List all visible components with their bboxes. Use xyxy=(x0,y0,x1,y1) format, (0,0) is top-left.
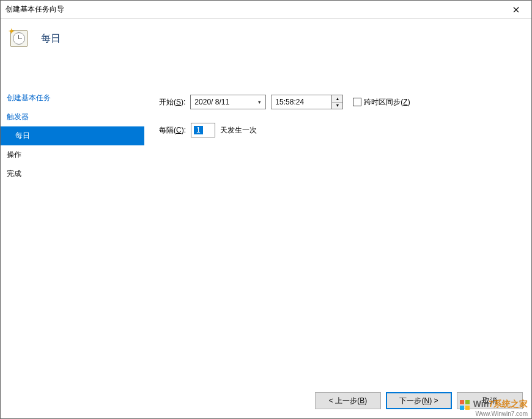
checkbox-label: 跨时区同步(Z) xyxy=(364,97,410,107)
sidebar-item-action[interactable]: 操作 xyxy=(1,145,144,164)
close-icon xyxy=(513,5,519,15)
watermark-url: Www.Winwin7.com xyxy=(459,410,528,417)
sidebar-item-label: 创建基本任务 xyxy=(7,93,51,102)
interval-unit-label: 天发生一次 xyxy=(220,125,257,136)
sidebar-item-label: 完成 xyxy=(7,169,21,178)
sidebar-item-finish[interactable]: 完成 xyxy=(1,164,144,183)
clock-icon: ✦ xyxy=(9,27,30,48)
interval-label: 每隔(C): xyxy=(159,125,186,136)
checkbox-box xyxy=(353,98,361,106)
wizard-content: 开始(S): 2020/ 8/11 ▾ 15:58:24 ▲ ▼ xyxy=(144,86,531,383)
window-title: 创建基本任务向导 xyxy=(6,4,502,15)
titlebar: 创建基本任务向导 xyxy=(1,1,531,19)
sidebar-item-label: 触发器 xyxy=(7,112,29,121)
start-row: 开始(S): 2020/ 8/11 ▾ 15:58:24 ▲ ▼ xyxy=(159,95,519,109)
interval-row: 每隔(C): 1 天发生一次 xyxy=(159,123,519,137)
start-time-input[interactable]: 15:58:24 ▲ ▼ xyxy=(271,95,343,109)
chevron-down-icon[interactable]: ▾ xyxy=(254,95,264,109)
interval-value: 1 xyxy=(194,126,203,134)
next-button[interactable]: 下一步(N) > xyxy=(386,392,452,409)
spinner-up-button[interactable]: ▲ xyxy=(332,95,342,103)
cancel-button[interactable]: 取消 xyxy=(457,392,523,409)
sidebar-item-trigger[interactable]: 触发器 xyxy=(1,107,144,126)
back-button[interactable]: < 上一步(B) xyxy=(315,392,381,409)
interval-input[interactable]: 1 xyxy=(191,123,215,137)
sidebar-item-label: 每日 xyxy=(15,131,30,140)
wizard-sidebar: 创建基本任务 触发器 每日 操作 完成 xyxy=(1,86,144,383)
spinner-down-button[interactable]: ▼ xyxy=(332,103,342,109)
wizard-body: 创建基本任务 触发器 每日 操作 完成 开始(S): 2020 xyxy=(1,86,531,383)
sidebar-item-label: 操作 xyxy=(7,150,21,159)
time-spinner: ▲ ▼ xyxy=(332,95,343,109)
page-title: 每日 xyxy=(41,32,61,45)
start-date-input[interactable]: 2020/ 8/11 ▾ xyxy=(190,95,266,109)
sidebar-item-daily[interactable]: 每日 xyxy=(1,126,144,145)
wizard-window: 创建基本任务向导 ✦ 每日 创建基本任务 触发器 每日 xyxy=(0,0,532,419)
sidebar-item-create-basic-task[interactable]: 创建基本任务 xyxy=(1,89,144,107)
wizard-header: ✦ 每日 xyxy=(1,19,531,86)
start-time-value: 15:58:24 xyxy=(271,95,332,109)
close-button[interactable] xyxy=(502,1,530,19)
wizard-footer: < 上一步(B) 下一步(N) > 取消 Win7系统之家 Www.Win xyxy=(1,383,531,418)
sync-timezone-checkbox[interactable]: 跨时区同步(Z) xyxy=(353,97,410,107)
start-label: 开始(S): xyxy=(159,97,185,107)
start-date-value: 2020/ 8/11 xyxy=(194,98,254,106)
